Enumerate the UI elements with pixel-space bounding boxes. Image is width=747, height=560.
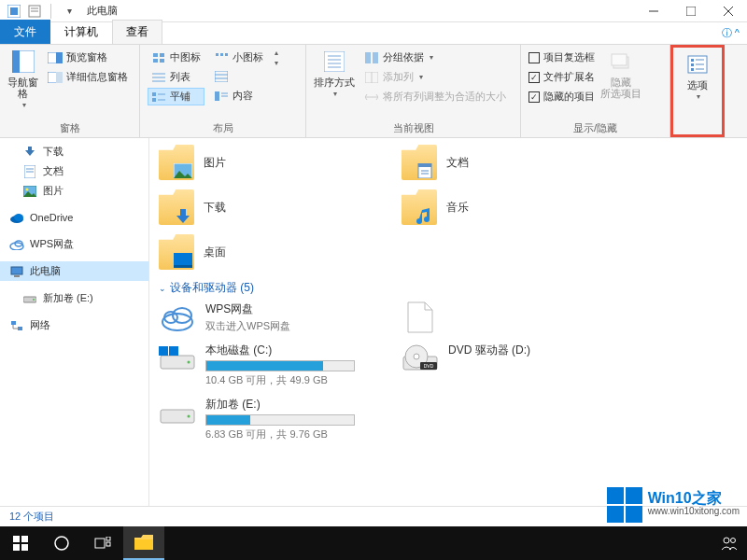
content-pane: 图片 文档 下载 音乐 桌面 ⌄ 设备和驱动器 (5)	[149, 138, 747, 506]
medium-icons-icon	[151, 51, 166, 64]
folder-icon	[402, 189, 437, 225]
sidebar-item-thispc[interactable]: 此电脑	[0, 261, 148, 281]
svg-rect-52	[691, 68, 694, 71]
system-tray	[721, 536, 738, 551]
sidebar-item-documents[interactable]: 文档	[0, 161, 148, 181]
svg-rect-32	[215, 91, 219, 101]
sidebar-item-onedrive[interactable]: OneDrive	[0, 208, 148, 227]
ribbon-group-panes: 导航窗格 ▾ 预览窗格 详细信息窗格 窗格	[0, 45, 140, 137]
svg-rect-104	[106, 542, 110, 546]
cortana-button[interactable]	[41, 526, 82, 560]
svg-rect-76	[418, 163, 431, 167]
chk-extensions[interactable]: ✓文件扩展名	[529, 68, 595, 86]
people-icon[interactable]	[721, 536, 738, 551]
svg-rect-65	[11, 267, 22, 274]
close-button[interactable]	[710, 0, 747, 22]
svg-rect-105	[134, 539, 153, 550]
svg-rect-14	[56, 72, 63, 83]
properties-icon[interactable]	[26, 3, 43, 20]
explorer-taskbar-button[interactable]	[123, 526, 164, 560]
layout-content-button[interactable]: 内容	[210, 87, 267, 105]
svg-rect-48	[691, 59, 694, 62]
svg-point-68	[33, 299, 35, 301]
layout-list-button[interactable]: 列表	[148, 68, 204, 86]
taskbar	[0, 526, 747, 560]
chk-item-boxes[interactable]: 项目复选框	[529, 49, 595, 66]
tab-view[interactable]: 查看	[112, 20, 162, 44]
drive-e[interactable]: 新加卷 (E:) 6.83 GB 可用，共 9.76 GB	[159, 397, 383, 441]
maximize-button[interactable]	[672, 0, 710, 22]
svg-rect-50	[691, 63, 694, 66]
drive-wps[interactable]: WPS网盘 双击进入WPS网盘	[159, 301, 383, 333]
svg-rect-102	[95, 539, 105, 548]
folder-documents[interactable]: 文档	[402, 142, 607, 183]
tab-computer[interactable]: 计算机	[50, 20, 112, 44]
chk-hidden[interactable]: ✓隐藏的项目	[529, 88, 595, 105]
group-label-panes: 窗格	[7, 119, 132, 135]
start-button[interactable]	[0, 526, 41, 560]
sort-icon	[321, 49, 347, 75]
drive-blank[interactable]	[402, 301, 626, 333]
svg-rect-29	[215, 71, 228, 82]
folder-downloads[interactable]: 下载	[159, 187, 364, 228]
layout-more-icon[interactable]: ▴	[275, 49, 278, 57]
folder-music[interactable]: 音乐	[402, 187, 607, 228]
drive-c[interactable]: 本地磁盘 (C:) 10.4 GB 可用，共 49.9 GB	[159, 343, 383, 387]
chevron-down-icon: ▾	[22, 101, 26, 109]
svg-rect-26	[216, 53, 218, 56]
nav-pane-icon	[10, 49, 36, 75]
dvd-icon: DVD	[402, 343, 439, 374]
layout-more-icon2[interactable]: ▾	[275, 59, 278, 67]
svg-point-92	[414, 354, 419, 359]
minimize-button[interactable]	[635, 0, 672, 22]
nav-pane-button[interactable]: 导航窗格 ▾	[7, 49, 38, 109]
layout-tiles-button[interactable]: 平铺	[148, 88, 204, 105]
layout-details-button[interactable]	[210, 68, 267, 85]
ribbon-group-options: 选项 ▾	[670, 45, 725, 137]
sort-button[interactable]: 排序方式 ▾	[314, 49, 355, 98]
folder-icon	[159, 145, 194, 180]
chevron-down-icon: ▾	[697, 92, 700, 101]
sidebar-item-volume-e[interactable]: 新加卷 (E:)	[0, 288, 148, 308]
groupby-button[interactable]: 分组依据▾	[360, 49, 510, 66]
layout-small-button[interactable]: 小图标	[210, 49, 267, 66]
details-pane-button[interactable]: 详细信息窗格	[44, 68, 132, 86]
svg-rect-27	[220, 53, 223, 56]
devices-header[interactable]: ⌄ 设备和驱动器 (5)	[159, 280, 747, 296]
taskview-button[interactable]	[82, 526, 123, 560]
svg-rect-12	[56, 52, 63, 63]
svg-rect-35	[324, 51, 345, 72]
folder-desktop[interactable]: 桌面	[159, 231, 364, 273]
qat-dropdown-icon[interactable]: ▾	[61, 3, 78, 20]
picture-icon	[22, 185, 37, 198]
svg-rect-81	[174, 265, 192, 268]
drive-icon	[159, 397, 196, 428]
drive-dvd[interactable]: DVD DVD 驱动器 (D:)	[402, 343, 626, 387]
sidebar-item-downloads[interactable]: 下载	[0, 142, 148, 161]
details-pane-icon	[48, 71, 63, 84]
tiles-icon	[151, 91, 166, 104]
usage-bar	[205, 414, 355, 426]
drive-icon	[159, 343, 196, 374]
preview-pane-button[interactable]: 预览窗格	[44, 49, 132, 66]
ribbon-help-icon[interactable]: ⓘ ^	[722, 26, 740, 40]
onedrive-icon	[9, 211, 24, 224]
svg-rect-103	[106, 537, 110, 540]
svg-rect-80	[174, 253, 192, 265]
sidebar-item-network[interactable]: 网络	[0, 315, 148, 335]
group-icon	[364, 51, 379, 64]
layout-medium-button[interactable]: 中图标	[148, 49, 204, 66]
content-icon	[214, 90, 229, 103]
tab-file[interactable]: 文件	[0, 20, 50, 44]
download-icon	[22, 146, 37, 159]
sidebar-item-wps[interactable]: WPS网盘	[0, 234, 148, 254]
folder-icon	[402, 145, 437, 180]
options-button[interactable]: 选项 ▾	[681, 51, 714, 101]
folder-pictures[interactable]: 图片	[159, 142, 364, 183]
usage-bar	[205, 360, 355, 371]
sidebar: 下载 文档 图片 OneDrive WPS网盘 此电脑 新加卷 (E:) 网络	[0, 138, 149, 506]
svg-rect-17	[153, 59, 158, 63]
preview-pane-icon	[48, 51, 63, 64]
sidebar-item-pictures[interactable]: 图片	[0, 181, 148, 201]
options-icon	[684, 51, 711, 77]
